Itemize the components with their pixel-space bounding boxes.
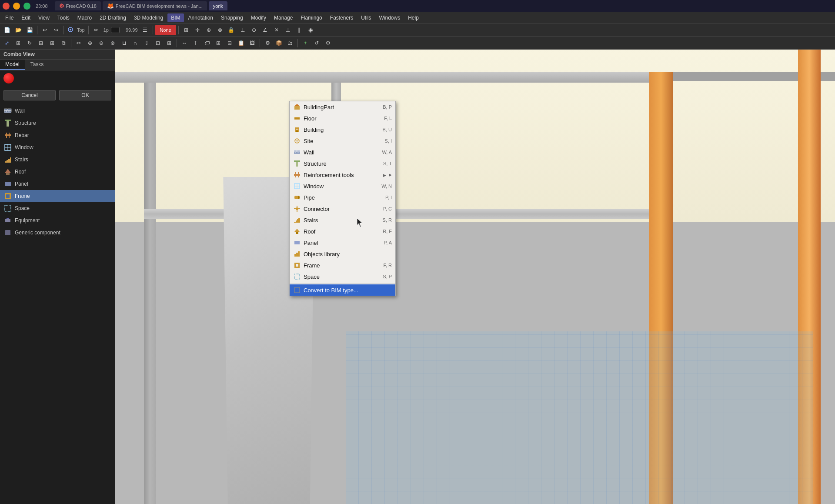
dropdown-reinforcement[interactable]: Reinforcement tools [290,169,395,180]
dropdown-building[interactable]: Building B, U [290,124,395,135]
menu-modify[interactable]: Modify [247,13,270,22]
menu-bim[interactable]: BIM [167,13,184,22]
user-tab[interactable]: yorik [209,1,227,10]
intersect-button[interactable]: ∩ [130,38,140,48]
dropdown-roof[interactable]: Roof R, F [290,226,395,237]
tab-tasks[interactable]: Tasks [25,60,50,70]
join-button[interactable]: ⊕ [85,38,95,48]
lock-button[interactable]: 🔒 [226,25,237,35]
dropdown-convert[interactable]: Convert to BIM type... [290,284,395,296]
tree-item-rebar[interactable]: Rebar [0,129,115,141]
viewport[interactable]: BuildingPart B, P Floor F, L Building B,… [115,50,835,504]
tree-item-equipment[interactable]: Equipment [0,214,115,227]
endpoint-button[interactable]: ◉ [305,25,316,35]
menu-windows[interactable]: Windows [376,13,404,22]
close-button[interactable] [3,3,10,10]
dropdown-wall[interactable]: Wall W, A [290,147,395,158]
subtract-button[interactable]: ⊖ [96,38,107,48]
menu-edit[interactable]: Edit [18,13,34,22]
menu-snapping[interactable]: Snapping [217,13,247,22]
menu-annotation[interactable]: Annotation [185,13,217,22]
tree-item-frame[interactable]: Frame [0,190,115,202]
dropdown-window[interactable]: Window W, N [290,180,395,192]
extrude-button[interactable]: ⇧ [141,38,152,48]
dropdown-connector[interactable]: Connector P, C [290,203,395,214]
color-button[interactable] [111,27,120,33]
dropdown-structure[interactable]: Structure S, T [290,158,395,169]
save-button[interactable]: 💾 [24,25,35,35]
menu-2d-drafting[interactable]: 2D Drafting [96,13,130,22]
menu-3d-modeling[interactable]: 3D Modeling [130,13,167,22]
parallel-button[interactable]: ∥ [294,25,304,35]
section-button[interactable]: ⊟ [224,38,235,48]
menu-view[interactable]: View [35,13,53,22]
perpendicular-button[interactable]: ⊥ [283,25,293,35]
dropdown-buildingpart[interactable]: BuildingPart B, P [290,101,395,113]
label-button[interactable]: 🏷 [202,38,212,48]
menu-file[interactable]: File [2,13,17,22]
minimize-button[interactable] [13,3,20,10]
clone-button[interactable]: ⧉ [58,38,69,48]
undo-button[interactable]: ↩ [40,25,50,35]
dropdown-space[interactable]: Space S, P [290,271,395,282]
copy-button[interactable]: ⊞ [13,38,23,48]
cancel-button[interactable]: Cancel [3,90,56,100]
add-button[interactable]: + [300,38,311,48]
browser-tab[interactable]: 🦊 FreeCAD BIM development news - Jan... [103,1,207,10]
mirror-button[interactable]: ⊟ [36,38,46,48]
text-button[interactable]: T [190,38,201,48]
center-button[interactable]: ⊙ [249,25,259,35]
tree-item-wall[interactable]: Wall [0,105,115,117]
tag-button[interactable]: ⊞ [213,38,224,48]
tree-item-generic[interactable]: Generic component [0,227,115,239]
align-button[interactable]: ⊗ [215,25,225,35]
ok-button[interactable]: OK [59,90,111,100]
maximize-button[interactable] [23,3,30,10]
dropdown-pipe[interactable]: Pipe P, I [290,192,395,203]
snap-button[interactable]: ✛ [192,25,203,35]
cut-button[interactable]: ✂ [73,38,84,48]
array-button[interactable]: ⊞ [47,38,57,48]
ifc-button[interactable]: 📦 [274,38,284,48]
tree-item-panel[interactable]: Panel [0,178,115,190]
dropdown-library[interactable]: Objects library [290,248,395,260]
dropdown-frame[interactable]: Frame F, R [290,260,395,271]
split-button[interactable]: ⊗ [107,38,118,48]
ortho-button[interactable]: ⊕ [204,25,214,35]
tree-item-stairs[interactable]: Stairs [0,154,115,166]
intersection-button[interactable]: ✕ [271,25,282,35]
tree-item-structure[interactable]: Structure [0,117,115,129]
dimension-button[interactable]: ↔ [179,38,190,48]
menu-manage[interactable]: Manage [271,13,296,22]
grid-button[interactable]: ⊞ [181,25,191,35]
snap-none-button[interactable]: None [155,25,176,35]
new-button[interactable]: 📄 [2,25,12,35]
menu-utils[interactable]: Utils [357,13,374,22]
dropdown-floor[interactable]: Floor F, L [290,113,395,124]
properties-button[interactable]: ⚙ [262,38,273,48]
refresh-button[interactable]: ↺ [311,38,322,48]
pencil-button[interactable]: ✏ [91,25,101,35]
dropdown-panel[interactable]: Panel P, A [290,237,395,248]
offset-button[interactable]: ⊡ [153,38,163,48]
settings-button[interactable]: ⚙ [323,38,333,48]
manage-button[interactable]: 🗂 [285,38,295,48]
tab-model[interactable]: Model [0,60,25,70]
menu-help[interactable]: Help [404,13,422,22]
menu-macro[interactable]: Macro [74,13,95,22]
render-button[interactable]: 🖼 [247,38,257,48]
dropdown-site[interactable]: Site S, I [290,135,395,147]
freecad-tab[interactable]: ⚙ FreeCAD 0.18 [55,1,101,10]
open-button[interactable]: 📂 [13,25,23,35]
midpoint-button[interactable]: ⊥ [237,25,248,35]
menu-fasteners[interactable]: Fasteners [327,13,357,22]
menu-tools[interactable]: Tools [54,13,73,22]
tree-item-roof[interactable]: Roof [0,166,115,178]
tree-item-window[interactable]: Window [0,141,115,154]
tree-item-space[interactable]: Space [0,202,115,214]
menu-flamingo[interactable]: Flamingo [297,13,325,22]
schedule-button[interactable]: 📋 [236,38,246,48]
move-button[interactable]: ⤢ [2,38,12,48]
dropdown-stairs[interactable]: Stairs S, R [290,214,395,226]
trim-button[interactable]: ⊞ [164,38,174,48]
